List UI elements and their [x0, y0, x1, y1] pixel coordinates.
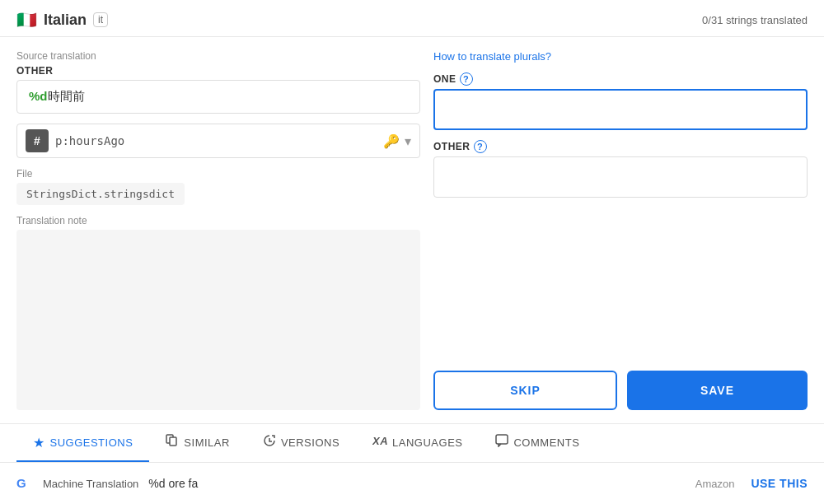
one-input-group: ONE ?: [433, 72, 808, 130]
tab-versions-label: VERSIONS: [281, 436, 339, 449]
other-input-group: OTHER ?: [433, 140, 808, 198]
left-panel: Source translation OTHER %d時間前 # p:hours…: [16, 50, 420, 410]
svg-text:G: G: [16, 476, 26, 490]
tab-suggestions[interactable]: ★ SUGGESTIONS: [16, 425, 149, 462]
comments-icon: [495, 434, 508, 450]
bottom-area: ★ SUGGESTIONS SIMILAR VERSIONS: [0, 423, 824, 504]
key-icon: 🔑: [383, 133, 400, 149]
one-question-icon[interactable]: ?: [460, 72, 473, 86]
file-name: StringsDict.stringsdict: [16, 183, 185, 205]
one-translation-input[interactable]: [433, 89, 808, 130]
translation-note-section: Translation note: [16, 215, 420, 410]
language-code-badge: it: [93, 12, 108, 27]
use-this-button[interactable]: USE THIS: [751, 477, 808, 490]
similar-icon: [166, 434, 179, 450]
chevron-down-icon[interactable]: ▾: [405, 133, 411, 149]
file-label: File: [16, 168, 420, 180]
languages-icon: xA: [372, 434, 387, 450]
flag-icon: 🇮🇹: [16, 10, 37, 30]
main-content: Source translation OTHER %d時間前 # p:hours…: [0, 37, 824, 423]
tab-suggestions-label: SUGGESTIONS: [50, 436, 133, 449]
other-section-label: OTHER: [16, 65, 420, 77]
tab-versions[interactable]: VERSIONS: [246, 424, 356, 462]
tabs-row: ★ SUGGESTIONS SIMILAR VERSIONS: [0, 424, 824, 463]
google-translate-icon: G: [16, 475, 33, 492]
source-text-box: %d時間前: [16, 80, 420, 114]
key-text: p:hoursAgo: [55, 134, 377, 147]
other-input-label: OTHER ?: [433, 140, 808, 153]
tab-comments-label: COMMENTS: [513, 436, 579, 449]
language-name: Italian: [44, 12, 87, 29]
skip-button[interactable]: SKIP: [433, 371, 617, 410]
key-row: # p:hoursAgo 🔑 ▾: [16, 124, 420, 158]
translation-note-label: Translation note: [16, 215, 420, 226]
right-panel: How to translate plurals? ONE ? OTHER ? …: [433, 50, 808, 410]
button-row: SKIP SAVE: [433, 357, 808, 410]
key-value: hoursAgo: [69, 134, 124, 147]
suggestions-row: G Machine Translation %d ore fa Amazon U…: [0, 463, 824, 504]
tab-similar-label: SIMILAR: [184, 436, 230, 449]
machine-translation-label: Machine Translation: [43, 478, 138, 490]
suggestions-icon: ★: [33, 435, 45, 450]
tab-similar[interactable]: SIMILAR: [149, 424, 246, 462]
translation-note-area: [16, 230, 420, 410]
plurals-link[interactable]: How to translate plurals?: [433, 50, 808, 63]
key-icons: 🔑 ▾: [383, 133, 411, 149]
tab-languages[interactable]: xA LANGUAGES: [356, 424, 479, 462]
other-translation-input[interactable]: [433, 156, 808, 198]
source-text-highlight: %d: [29, 89, 48, 103]
key-prefix: p:: [55, 134, 69, 147]
source-section: Source translation OTHER %d時間前: [16, 50, 420, 114]
header: 🇮🇹 Italian it 0/31 strings translated: [0, 0, 824, 37]
svg-rect-3: [496, 435, 508, 444]
tab-comments[interactable]: COMMENTS: [479, 424, 596, 462]
provider-text: Amazon: [695, 478, 735, 490]
source-text-suffix: 時間前: [48, 89, 85, 103]
other-question-icon[interactable]: ?: [474, 140, 487, 153]
tab-languages-label: LANGUAGES: [392, 436, 462, 449]
hash-icon: #: [26, 129, 49, 152]
source-label: Source translation: [16, 50, 420, 62]
machine-translated-text: %d ore fa: [148, 477, 685, 490]
save-button[interactable]: SAVE: [627, 371, 808, 410]
file-section: File StringsDict.stringsdict: [16, 168, 420, 205]
one-label: ONE ?: [433, 72, 808, 86]
svg-text:xA: xA: [372, 435, 387, 447]
versions-icon: [263, 434, 276, 450]
progress-text: 0/31 strings translated: [702, 14, 808, 26]
svg-rect-1: [170, 437, 176, 446]
language-selector[interactable]: 🇮🇹 Italian it: [16, 10, 108, 30]
